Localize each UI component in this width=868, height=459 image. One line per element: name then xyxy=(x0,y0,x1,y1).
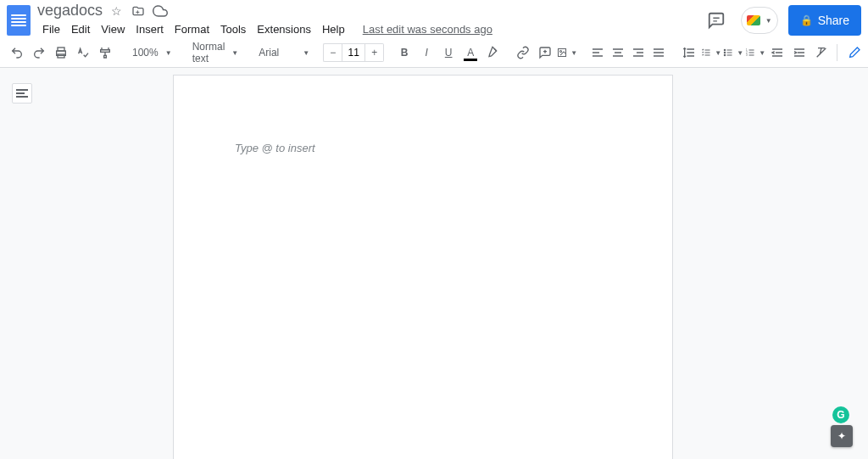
menu-file[interactable]: File xyxy=(37,20,65,39)
chevron-down-icon: ▼ xyxy=(165,49,172,57)
align-group xyxy=(587,42,669,63)
menu-help[interactable]: Help xyxy=(317,20,350,39)
title-block: vegadocs ☆ File Edit View Insert Format … xyxy=(37,2,498,39)
meet-button[interactable]: ▼ xyxy=(741,7,778,34)
move-folder-icon[interactable] xyxy=(130,3,147,20)
editor-placeholder: Type @ to insert xyxy=(235,142,611,154)
undo-icon[interactable] xyxy=(7,42,27,63)
align-left-icon[interactable] xyxy=(587,42,608,63)
zoom-select[interactable]: 100% ▼ xyxy=(125,42,175,63)
menu-insert[interactable]: Insert xyxy=(131,20,169,39)
svg-rect-0 xyxy=(58,48,64,51)
title-row: vegadocs ☆ xyxy=(37,2,498,20)
share-button[interactable]: 🔒 Share xyxy=(788,5,861,36)
docs-logo-icon[interactable] xyxy=(7,5,31,36)
indent-increase-icon[interactable] xyxy=(789,42,810,63)
menu-view[interactable]: View xyxy=(96,20,130,39)
svg-text:2: 2 xyxy=(746,51,748,54)
clear-formatting-icon[interactable] xyxy=(811,42,832,63)
bold-icon[interactable]: B xyxy=(394,42,415,63)
align-justify-icon[interactable] xyxy=(648,42,669,63)
toolbar: 100% ▼ Normal text ▼ Arial ▼ − + B I U A… xyxy=(0,37,868,68)
align-right-icon[interactable] xyxy=(628,42,648,63)
line-spacing-icon[interactable] xyxy=(679,42,699,63)
font-size-control: − + xyxy=(323,43,384,62)
menu-tools[interactable]: Tools xyxy=(215,20,251,39)
font-select[interactable]: Arial ▼ xyxy=(252,42,313,63)
cloud-status-icon[interactable] xyxy=(152,3,169,20)
insert-link-icon[interactable] xyxy=(513,42,533,63)
svg-rect-4 xyxy=(559,48,566,56)
app-header: vegadocs ☆ File Edit View Insert Format … xyxy=(0,0,868,37)
explore-button-icon[interactable] xyxy=(831,425,853,447)
indent-decrease-icon[interactable] xyxy=(767,42,787,63)
star-icon[interactable]: ☆ xyxy=(108,3,125,20)
svg-point-5 xyxy=(560,50,562,52)
style-value: Normal text xyxy=(192,41,225,64)
chevron-down-icon: ▼ xyxy=(759,49,765,57)
spellcheck-icon[interactable] xyxy=(73,42,93,63)
svg-point-6 xyxy=(724,49,726,51)
chevron-down-icon: ▼ xyxy=(715,49,721,57)
svg-text:1: 1 xyxy=(746,48,748,52)
svg-rect-3 xyxy=(101,50,110,53)
zoom-value: 100% xyxy=(132,47,159,59)
insert-image-icon[interactable]: ▼ xyxy=(557,42,577,63)
italic-icon[interactable]: I xyxy=(416,42,437,63)
menu-format[interactable]: Format xyxy=(170,20,214,39)
document-page[interactable]: Type @ to insert xyxy=(173,75,673,459)
svg-rect-2 xyxy=(58,54,64,58)
highlight-icon[interactable] xyxy=(482,42,503,63)
chevron-down-icon: ▼ xyxy=(737,49,743,57)
chevron-down-icon: ▼ xyxy=(231,49,238,57)
underline-icon[interactable]: U xyxy=(438,42,459,63)
header-right: ▼ 🔒 Share xyxy=(702,5,861,36)
document-title[interactable]: vegadocs xyxy=(37,2,103,20)
svg-text:3: 3 xyxy=(746,53,748,57)
svg-point-8 xyxy=(724,54,726,56)
print-icon[interactable] xyxy=(51,42,71,63)
font-size-input[interactable] xyxy=(342,43,365,62)
svg-rect-1 xyxy=(57,51,66,55)
svg-point-7 xyxy=(724,52,726,53)
paint-format-icon[interactable] xyxy=(95,42,115,63)
align-center-icon[interactable] xyxy=(608,42,628,63)
toolbar-right: ▼ xyxy=(833,42,868,63)
menu-extensions[interactable]: Extensions xyxy=(252,20,316,39)
chevron-down-icon: ▼ xyxy=(765,17,772,25)
editing-mode-button[interactable]: ▼ xyxy=(843,42,868,63)
menu-bar: File Edit View Insert Format Tools Exten… xyxy=(37,20,498,39)
grammarly-badge-icon[interactable]: G xyxy=(832,406,849,423)
last-edit-link[interactable]: Last edit was seconds ago xyxy=(358,20,498,39)
comment-history-icon[interactable] xyxy=(702,6,731,35)
add-comment-icon[interactable] xyxy=(535,42,555,63)
chevron-down-icon: ▼ xyxy=(570,49,577,57)
redo-icon[interactable] xyxy=(29,42,49,63)
meet-camera-icon xyxy=(747,15,760,25)
outline-toggle-icon[interactable] xyxy=(12,83,32,104)
separator xyxy=(837,44,837,61)
checklist-icon[interactable]: ▼ xyxy=(701,42,721,63)
paragraph-style-select[interactable]: Normal text ▼ xyxy=(186,42,242,63)
chevron-down-icon: ▼ xyxy=(303,49,309,57)
share-label: Share xyxy=(818,14,849,27)
font-size-increase[interactable]: + xyxy=(365,43,384,62)
text-color-icon[interactable]: A xyxy=(460,42,481,63)
font-value: Arial xyxy=(259,47,279,59)
numbered-list-icon[interactable]: 123▼ xyxy=(745,42,765,63)
editor-canvas: Type @ to insert G xyxy=(0,68,868,459)
font-size-decrease[interactable]: − xyxy=(323,43,342,62)
menu-edit[interactable]: Edit xyxy=(66,20,95,39)
bulleted-list-icon[interactable]: ▼ xyxy=(723,42,743,63)
lock-icon: 🔒 xyxy=(800,14,813,26)
